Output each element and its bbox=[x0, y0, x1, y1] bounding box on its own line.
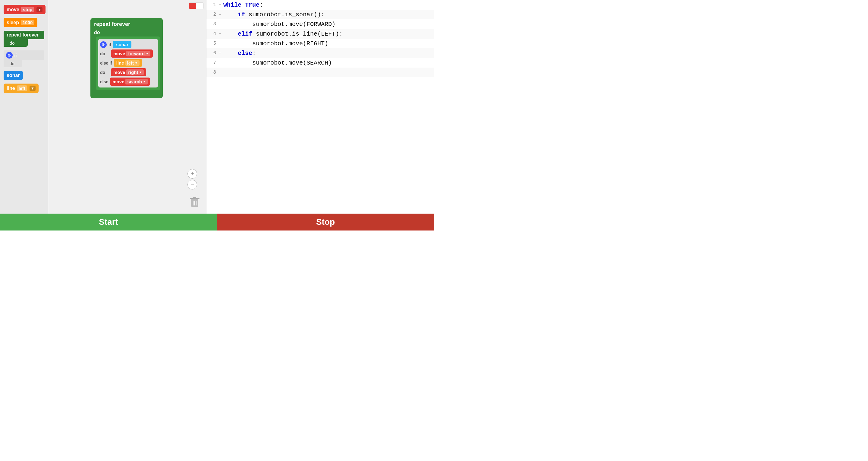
sleep-label: sleep bbox=[7, 20, 19, 25]
forward-caret[interactable]: ▼ bbox=[146, 52, 149, 55]
right-caret[interactable]: ▼ bbox=[139, 70, 142, 74]
line-num-2: 2 bbox=[207, 12, 218, 17]
line-content-7: sumorobot.move(SEARCH) bbox=[222, 59, 332, 66]
palette-if-block[interactable]: ⚙ if do bbox=[4, 50, 44, 67]
code-line-5: 5 sumorobot.move(RIGHT) bbox=[207, 39, 434, 48]
line-left-value: left bbox=[17, 85, 27, 91]
line-left-text: line bbox=[116, 60, 124, 65]
else-if-row: else if line left ▼ bbox=[100, 59, 156, 67]
canvas-sonar-label: sonar bbox=[116, 42, 128, 47]
move-right-text: move bbox=[113, 70, 125, 75]
line-content-6: else: bbox=[222, 50, 256, 57]
repeat-bottom-curve bbox=[93, 91, 160, 96]
stop-value: stop bbox=[21, 7, 34, 12]
code-line-2: 2 - if sumorobot.is_sonar(): bbox=[207, 10, 434, 19]
else-label: else bbox=[100, 79, 108, 84]
zoom-in-button[interactable]: + bbox=[187, 169, 197, 179]
bottom-bar: Start Stop bbox=[0, 213, 434, 231]
inner-blocks: ⚙ if sonar do move fo bbox=[96, 36, 160, 90]
if-label: if bbox=[14, 53, 17, 58]
canvas-if-label: if bbox=[108, 42, 111, 47]
code-line-3: 3 sumorobot.move(FORWARD) bbox=[207, 19, 434, 29]
move-search-text: move bbox=[113, 79, 124, 84]
gear-icon: ⚙ bbox=[6, 52, 13, 59]
main-area: move stop ▼ sleep 1000 repeat forever do… bbox=[0, 0, 434, 213]
palette-sleep-block[interactable]: sleep 1000 bbox=[4, 18, 37, 27]
line-content-1: while True: bbox=[222, 1, 263, 8]
view-toggle[interactable] bbox=[189, 2, 204, 9]
line-num-1: 1 bbox=[207, 2, 218, 7]
line-dot-4: - bbox=[218, 31, 222, 36]
line-label: line bbox=[7, 86, 15, 91]
line-content-2: if sumorobot.is_sonar(): bbox=[222, 11, 324, 18]
left-caret[interactable]: ▼ bbox=[135, 61, 138, 64]
palette-line-left-block[interactable]: line left ▼ bbox=[4, 84, 38, 93]
code-line-1: 1 - while True: bbox=[207, 0, 434, 10]
canvas-if-block[interactable]: ⚙ if sonar do move fo bbox=[98, 39, 158, 87]
stop-dropdown-arrow[interactable]: ▼ bbox=[36, 7, 42, 12]
code-line-7: 7 sumorobot.move(SEARCH) bbox=[207, 58, 434, 67]
sleep-value: 1000 bbox=[21, 20, 34, 25]
zoom-controls: + − bbox=[187, 169, 197, 190]
palette-if-do: do bbox=[4, 60, 22, 67]
repeat-forever-top: repeat forever bbox=[4, 31, 44, 39]
repeat-forever-do: do bbox=[4, 39, 28, 47]
sonar-label: sonar bbox=[7, 73, 20, 78]
line-content-5: sumorobot.move(RIGHT) bbox=[222, 40, 328, 47]
canvas-sonar-block[interactable]: sonar bbox=[113, 41, 131, 48]
move-forward-text: move bbox=[113, 51, 125, 56]
canvas-area: repeat forever do ⚙ if sonar bbox=[48, 0, 206, 213]
search-caret[interactable]: ▼ bbox=[143, 80, 146, 83]
trash-icon[interactable] bbox=[190, 196, 199, 209]
line-num-6: 6 bbox=[207, 50, 218, 56]
move-label: move bbox=[7, 7, 19, 12]
else-row: else move search ▼ bbox=[100, 78, 156, 86]
right-value: right ▼ bbox=[126, 69, 144, 75]
line-dot-2: - bbox=[218, 12, 222, 17]
line-num-8: 8 bbox=[207, 70, 218, 75]
stop-button[interactable]: Stop bbox=[217, 213, 434, 231]
code-panel: 1 - while True: 2 - if sumorobot.is_sona… bbox=[206, 0, 434, 213]
palette-sonar-block[interactable]: sonar bbox=[4, 71, 23, 80]
canvas-line-left-block[interactable]: line left ▼ bbox=[114, 59, 142, 67]
canvas-move-forward-block[interactable]: move forward ▼ bbox=[111, 50, 153, 58]
line-num-3: 3 bbox=[207, 22, 218, 27]
svg-rect-2 bbox=[193, 197, 196, 198]
line-content-3: sumorobot.move(FORWARD) bbox=[222, 21, 336, 28]
line-dot-6: - bbox=[218, 50, 222, 56]
forward-value: forward ▼ bbox=[126, 51, 150, 56]
left-value: left ▼ bbox=[125, 60, 140, 66]
repeat-forever-header: repeat forever bbox=[93, 21, 160, 28]
code-line-6: 6 - else: bbox=[207, 48, 434, 58]
code-line-8: 8 bbox=[207, 67, 434, 77]
do-forward-row: do move forward ▼ bbox=[100, 50, 156, 58]
canvas-move-right-block[interactable]: move right ▼ bbox=[111, 68, 146, 76]
do-right-row: do move right ▼ bbox=[100, 68, 156, 76]
palette-move-stop-block[interactable]: move stop ▼ bbox=[4, 5, 45, 14]
line-num-5: 5 bbox=[207, 41, 218, 46]
do-forward-label: do bbox=[100, 51, 109, 56]
canvas-gear-icon: ⚙ bbox=[100, 41, 107, 48]
palette-if-top: ⚙ if bbox=[4, 50, 44, 60]
canvas-repeat-forever-block[interactable]: repeat forever do ⚙ if sonar bbox=[90, 18, 163, 98]
line-dot-1: - bbox=[218, 2, 222, 7]
repeat-forever-do-label: do bbox=[93, 30, 160, 35]
line-content-4: elif sumorobot.is_line(LEFT): bbox=[222, 30, 343, 37]
line-num-4: 4 bbox=[207, 31, 218, 36]
line-num-7: 7 bbox=[207, 60, 218, 65]
toggle-red[interactable] bbox=[189, 3, 196, 9]
palette-repeat-forever-block[interactable]: repeat forever do bbox=[4, 31, 44, 47]
blocks-palette: move stop ▼ sleep 1000 repeat forever do… bbox=[0, 0, 48, 213]
canvas-move-search-block[interactable]: move search ▼ bbox=[110, 78, 150, 86]
code-line-4: 4 - elif sumorobot.is_line(LEFT): bbox=[207, 29, 434, 39]
svg-rect-1 bbox=[190, 198, 199, 199]
if-row: ⚙ if sonar bbox=[100, 41, 156, 48]
canvas-repeat-forever-container[interactable]: repeat forever do ⚙ if sonar bbox=[90, 18, 163, 98]
line-dropdown-arrow[interactable]: ▼ bbox=[30, 86, 36, 91]
start-button[interactable]: Start bbox=[0, 213, 217, 231]
search-value: search ▼ bbox=[125, 79, 147, 84]
else-if-label: else if bbox=[100, 61, 112, 65]
do-right-label: do bbox=[100, 70, 109, 75]
zoom-out-button[interactable]: − bbox=[187, 180, 197, 190]
toggle-white[interactable] bbox=[196, 3, 204, 9]
